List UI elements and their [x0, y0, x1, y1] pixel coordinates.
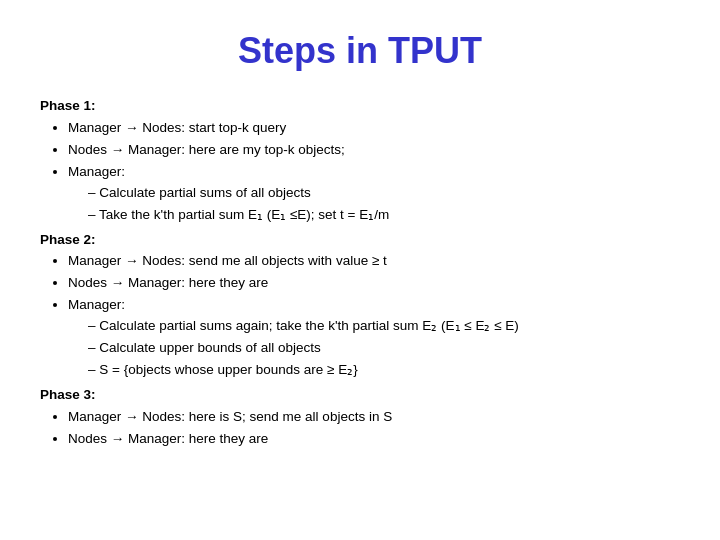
list-item: Nodes → Manager: here they are [68, 273, 680, 294]
phase2-sub-list: Calculate partial sums again; take the k… [88, 316, 680, 381]
phase1-bullets: Manager → Nodes: start top-k query Nodes… [68, 118, 680, 226]
slide-content: Phase 1: Manager → Nodes: start top-k qu… [40, 92, 680, 451]
list-item: Nodes → Manager: here they are [68, 429, 680, 450]
slide-title: Steps in TPUT [40, 30, 680, 72]
phase2-bullets: Manager → Nodes: send me all objects wit… [68, 251, 680, 381]
list-item: Calculate partial sums again; take the k… [88, 316, 680, 337]
list-item: Manager → Nodes: send me all objects wit… [68, 251, 680, 272]
list-item: Calculate partial sums of all objects [88, 183, 680, 204]
list-item: Nodes → Manager: here are my top-k objec… [68, 140, 680, 161]
phase1-sub-list: Calculate partial sums of all objects Ta… [88, 183, 680, 226]
list-item: Manager → Nodes: here is S; send me all … [68, 407, 680, 428]
list-item: Take the k'th partial sum E₁ (E₁ ≤E); se… [88, 205, 680, 226]
phase3-heading: Phase 3: [40, 385, 680, 406]
list-item: Manager → Nodes: start top-k query [68, 118, 680, 139]
phase1-heading: Phase 1: [40, 96, 680, 117]
phase2-heading: Phase 2: [40, 230, 680, 251]
phase3-bullets: Manager → Nodes: here is S; send me all … [68, 407, 680, 450]
list-item: S = {objects whose upper bounds are ≥ E₂… [88, 360, 680, 381]
list-item: Manager: Calculate partial sums again; t… [68, 295, 680, 381]
list-item: Calculate upper bounds of all objects [88, 338, 680, 359]
list-item: Manager: Calculate partial sums of all o… [68, 162, 680, 226]
slide: Steps in TPUT Phase 1: Manager → Nodes: … [0, 0, 720, 540]
